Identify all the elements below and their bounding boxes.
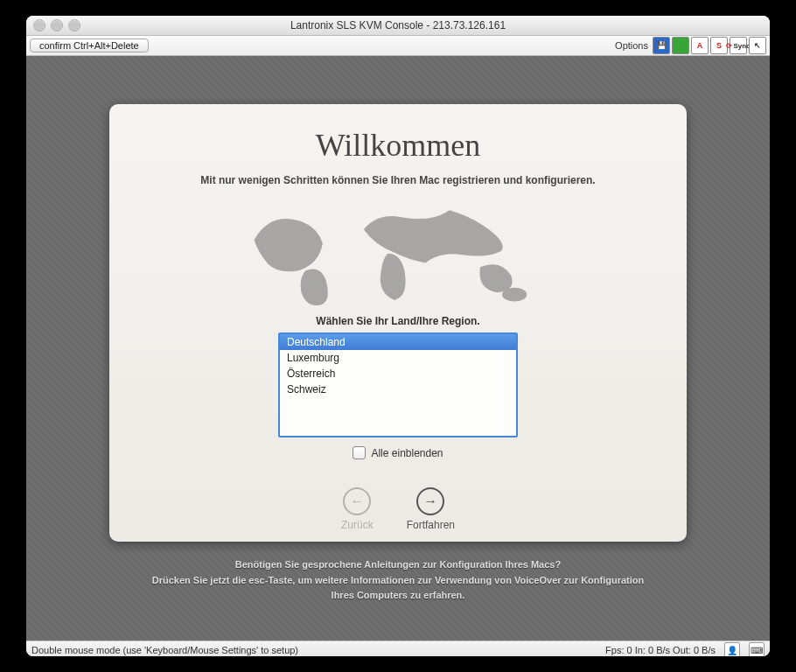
s-icon[interactable]: S (710, 37, 728, 54)
sync-button[interactable]: ⟳Sync (730, 37, 747, 54)
cursor-icon[interactable]: ↖ (749, 37, 766, 54)
show-all-row[interactable]: Alle einblenden (353, 446, 443, 459)
window-title: Lantronix SLS KVM Console - 213.73.126.1… (26, 19, 770, 32)
confirm-cad-button[interactable]: confirm Ctrl+Alt+Delete (30, 38, 149, 52)
status-bar: Double mouse mode (use 'Keyboard/Mouse S… (26, 640, 770, 656)
welcome-subtitle: Mit nur wenigen Schritten können Sie Ihr… (200, 174, 595, 186)
arrow-left-icon: ← (343, 487, 371, 515)
list-item[interactable]: Schweiz (280, 382, 516, 397)
list-item[interactable]: Deutschland (280, 334, 516, 350)
welcome-heading: Willkommen (316, 127, 481, 164)
setup-card: Willkommen Mit nur wenigen Schritten kön… (109, 104, 687, 542)
list-item[interactable]: Österreich (280, 366, 516, 382)
az-icon[interactable]: A (691, 37, 709, 54)
zoom-icon[interactable] (68, 19, 80, 32)
list-item[interactable]: Luxemburg (280, 350, 516, 366)
svg-point-0 (502, 288, 527, 302)
disk-icon[interactable]: 💾 (653, 37, 670, 54)
arrow-right-icon[interactable]: → (416, 487, 444, 515)
titlebar[interactable]: Lantronix SLS KVM Console - 213.73.126.1… (26, 16, 770, 36)
region-label: Wählen Sie Ihr Land/Ihre Region. (316, 315, 479, 327)
region-listbox[interactable]: Deutschland Luxemburg Österreich Schweiz (278, 332, 518, 438)
show-all-label: Alle einblenden (371, 447, 443, 459)
keyboard-icon[interactable]: ⌨ (749, 642, 765, 656)
close-icon[interactable] (33, 19, 45, 32)
voiceover-help: Benötigen Sie gesprochene Anleitungen zu… (152, 557, 645, 604)
toolbar: confirm Ctrl+Alt+Delete Options 💾 A S ⟳S… (26, 36, 770, 56)
remote-screen: Willkommen Mit nur wenigen Schritten kön… (26, 56, 770, 640)
show-all-checkbox[interactable] (353, 446, 366, 459)
status-right: Fps: 0 In: 0 B/s Out: 0 B/s (605, 645, 716, 655)
status-left: Double mouse mode (use 'Keyboard/Mouse S… (31, 645, 597, 655)
back-button: ← Zurück (341, 487, 374, 531)
continue-button[interactable]: → Fortfahren (407, 487, 455, 531)
nav-row: ← Zurück → Fortfahren (341, 487, 455, 531)
app-window: Lantronix SLS KVM Console - 213.73.126.1… (26, 16, 770, 656)
minimize-icon[interactable] (51, 19, 63, 32)
user-icon[interactable]: 👤 (724, 642, 740, 656)
green-tool-icon[interactable] (672, 37, 689, 54)
window-controls (33, 19, 80, 32)
options-label[interactable]: Options (615, 40, 648, 51)
world-map-icon (201, 199, 595, 308)
